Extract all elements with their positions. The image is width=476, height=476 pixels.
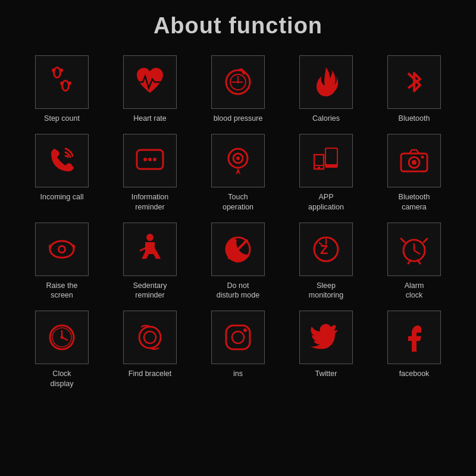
svg-line-41: [414, 250, 420, 254]
heart-rate-icon-box: [123, 55, 177, 109]
svg-point-14: [143, 158, 147, 161]
bt-camera-icon-box: [387, 134, 441, 187]
step-count-label: Step count: [44, 114, 80, 123]
facebook-icon-box: [387, 311, 441, 364]
calories-icon-box: [299, 55, 353, 109]
svg-line-43: [424, 239, 427, 242]
app-label: APPapplication: [308, 192, 344, 212]
svg-point-32: [146, 234, 154, 241]
touch-operation-icon-box: [211, 134, 265, 187]
info-reminder-label: Informationreminder: [131, 192, 169, 212]
svg-point-19: [236, 156, 240, 160]
list-item: Calories: [282, 51, 370, 129]
alarm-label: Alarmclock: [405, 281, 424, 300]
alarm-icon-box: [387, 223, 441, 276]
list-item: ins: [194, 306, 282, 394]
twitter-icon-box: [299, 311, 353, 364]
list-item: Bluetooth: [370, 51, 458, 129]
touch-operation-label: Touchoperation: [223, 192, 253, 212]
clock-icon: [44, 320, 80, 355]
twitter-label: Twitter: [315, 369, 337, 378]
raise-screen-label: Raise thescreen: [46, 281, 78, 300]
svg-point-7: [68, 82, 71, 85]
footprints-icon: [44, 64, 80, 100]
instagram-icon-box: [211, 311, 265, 364]
blood-pressure-icon-box: [211, 55, 265, 109]
list-item: Incoming call: [18, 129, 106, 218]
calories-label: Calories: [312, 114, 340, 123]
svg-point-6: [60, 82, 64, 85]
findbracelet-icon: [132, 320, 168, 355]
svg-point-5: [60, 68, 63, 72]
svg-rect-21: [326, 149, 337, 164]
message-icon: [132, 143, 168, 178]
list-item: Alarmclock: [370, 218, 458, 306]
list-item: facebook: [370, 306, 458, 394]
list-item: Twitter: [282, 306, 370, 394]
phone-icon: [44, 143, 80, 178]
list-item: blood pressure: [194, 51, 282, 129]
sedentary-icon-box: [123, 223, 177, 276]
list-item: Informationreminder: [106, 129, 194, 218]
bluetooth-icon: [396, 64, 432, 100]
svg-point-55: [243, 328, 247, 332]
sleep-icon-box: Z: [299, 223, 353, 276]
svg-point-1: [55, 68, 60, 77]
facebook-label: facebook: [399, 369, 430, 378]
dnd-icon-box: [211, 223, 265, 276]
sedentary-label: Sedentaryreminder: [133, 281, 167, 300]
bloodpressure-icon: [220, 64, 256, 100]
list-item: Z Sleepmonitoring: [282, 218, 370, 306]
function-grid: Step count Heart rate blood pressure: [0, 45, 476, 400]
svg-point-52: [144, 331, 156, 343]
sleep-icon: Z: [308, 231, 344, 267]
page-title: About function: [0, 0, 476, 45]
touch-icon: [220, 143, 256, 178]
raise-screen-icon-box: [35, 223, 89, 276]
svg-rect-24: [318, 167, 320, 168]
list-item: APPapplication: [282, 129, 370, 218]
list-item: Sedentaryreminder: [106, 218, 194, 306]
camera-icon: [396, 143, 432, 178]
fire-icon: [308, 64, 344, 100]
svg-point-15: [148, 158, 152, 161]
twitter-icon: [308, 320, 344, 355]
list-item: Clockdisplay: [18, 306, 106, 394]
facebook-icon: [396, 320, 432, 355]
find-bracelet-icon-box: [123, 311, 177, 364]
bluetooth-label: Bluetooth: [399, 114, 430, 123]
list-item: Bluetoothcamera: [370, 129, 458, 218]
find-bracelet-label: Find bracelet: [129, 369, 171, 378]
list-item: Heart rate: [106, 51, 194, 129]
sleep-label: Sleepmonitoring: [309, 281, 343, 300]
heartrate-icon: [132, 64, 168, 100]
list-item: Touchoperation: [194, 129, 282, 218]
info-reminder-icon-box: [123, 134, 177, 187]
bt-camera-label: Bluetoothcamera: [399, 192, 430, 212]
clock-icon-box: [35, 311, 89, 364]
instagram-label: ins: [233, 369, 243, 378]
clock-display-label: Clockdisplay: [51, 369, 74, 389]
svg-point-27: [412, 160, 416, 165]
donotdisturb-icon: [220, 231, 256, 267]
svg-point-16: [153, 158, 156, 161]
bluetooth-icon-box: [387, 55, 441, 109]
heart-rate-label: Heart rate: [133, 114, 167, 123]
incoming-call-icon-box: [35, 134, 89, 187]
sedentary-icon: [132, 231, 168, 267]
svg-point-31: [60, 247, 64, 252]
svg-point-51: [139, 327, 161, 348]
list-item: Raise thescreen: [18, 218, 106, 306]
svg-line-42: [401, 239, 405, 242]
list-item: Do notdisturb mode: [194, 218, 282, 306]
list-item: Step count: [18, 51, 106, 129]
instagram-icon: [220, 320, 256, 355]
incoming-call-label: Incoming call: [40, 192, 84, 202]
list-item: Find bracelet: [106, 306, 194, 394]
eye-icon: [44, 231, 80, 267]
svg-point-28: [421, 156, 424, 159]
alarm-icon: [396, 231, 432, 267]
svg-point-54: [232, 331, 244, 343]
step-count-icon-box: [35, 55, 89, 109]
svg-point-10: [242, 71, 246, 74]
